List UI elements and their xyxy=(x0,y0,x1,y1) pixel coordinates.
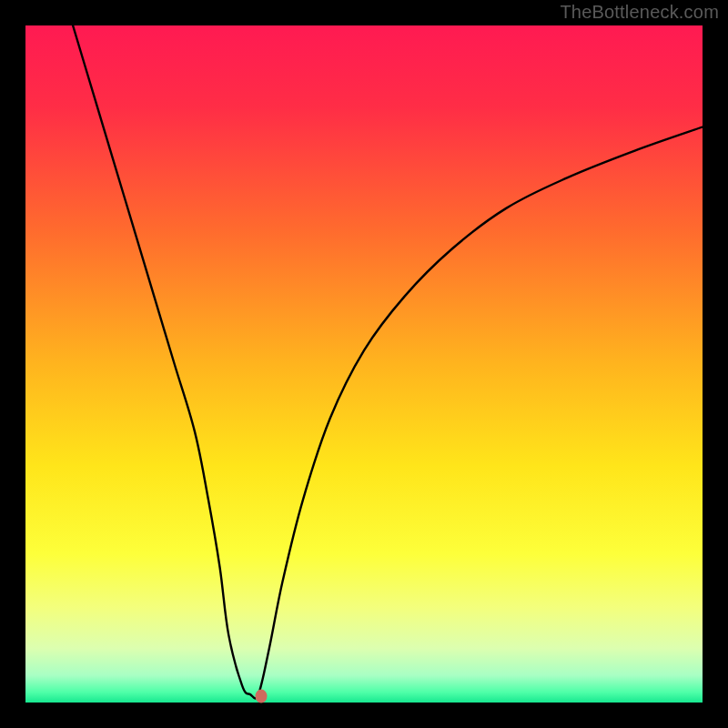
optimum-marker xyxy=(255,689,267,703)
bottleneck-curve xyxy=(25,25,703,703)
plot-area xyxy=(25,25,703,703)
watermark-text: TheBottleneck.com xyxy=(560,2,719,23)
chart-frame: TheBottleneck.com xyxy=(0,0,728,728)
